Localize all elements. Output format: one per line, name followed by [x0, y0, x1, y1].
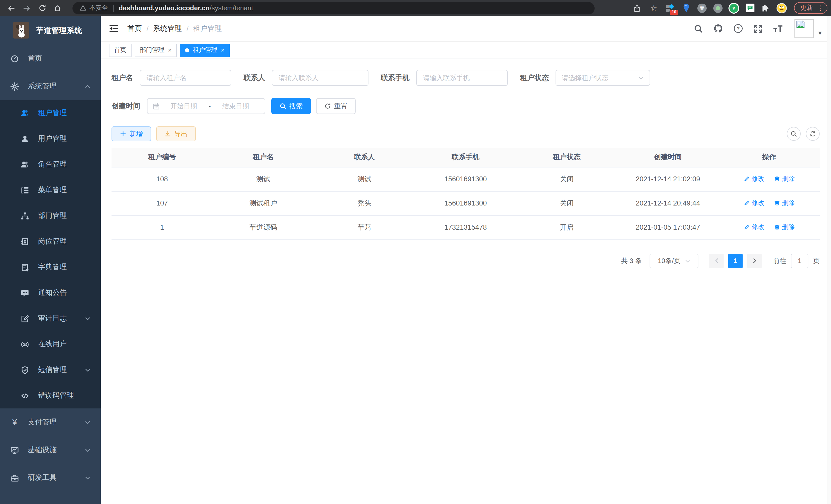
bookmark-star-icon[interactable]: ☆	[648, 2, 660, 14]
edit-icon	[743, 224, 749, 230]
security-label: 不安全	[89, 4, 108, 12]
navbar: 首页 / 系统管理 / 租户管理 ?	[101, 16, 831, 41]
delete-link[interactable]: 删除	[774, 223, 795, 232]
page-size-select[interactable]: 10条/页	[650, 254, 698, 268]
mobile-input[interactable]	[416, 70, 508, 86]
refresh-table-button[interactable]	[806, 127, 820, 141]
breadcrumb-separator: /	[146, 24, 148, 33]
browser-reload-icon[interactable]	[34, 1, 50, 14]
trash-icon	[774, 224, 780, 230]
sidebar-item-error-code[interactable]: 错误码管理	[0, 383, 101, 409]
current-page-button[interactable]: 1	[728, 254, 743, 268]
cell-mobile: 17321315478	[415, 215, 516, 239]
help-icon[interactable]: ?	[733, 24, 743, 33]
cell-tenant-name: 芋道源码	[213, 215, 314, 239]
sidebar-item-system[interactable]: 系统管理	[0, 72, 101, 100]
date-range-picker[interactable]: 开始日期 - 结束日期	[147, 98, 265, 114]
reset-button-label: 重置	[334, 101, 347, 111]
export-button[interactable]: 导出	[156, 126, 196, 141]
sidebar-item-devtool[interactable]: 研发工具	[0, 464, 101, 492]
tab-home[interactable]: 首页	[109, 43, 132, 57]
sidebar-toggle-icon[interactable]	[109, 24, 119, 33]
export-button-label: 导出	[174, 129, 188, 139]
sidebar-item-pay[interactable]: ¥ 支付管理	[0, 409, 101, 436]
profile-avatar-icon[interactable]	[776, 2, 787, 13]
sidebar-item-home[interactable]: 首页	[0, 45, 101, 72]
status-select[interactable]: 请选择租户状态	[555, 70, 650, 86]
reset-button[interactable]: 重置	[316, 98, 355, 114]
delete-link[interactable]: 删除	[774, 175, 795, 183]
edit-icon	[743, 176, 749, 182]
extension-balloon-icon[interactable]	[681, 2, 692, 13]
header-search-icon[interactable]	[694, 24, 703, 33]
sidebar-item-dept[interactable]: 部门管理	[0, 203, 101, 229]
prev-page-button[interactable]	[709, 254, 724, 268]
browser-home-icon[interactable]	[50, 1, 65, 14]
close-icon[interactable]: ×	[221, 47, 225, 54]
scrollbar[interactable]	[827, 16, 831, 504]
chevron-down-icon	[685, 258, 690, 263]
sidebar-item-sms[interactable]: 短信管理	[0, 357, 101, 383]
extension-green-dot-icon[interactable]	[712, 2, 724, 13]
extension-command-icon[interactable]: ⌘	[696, 2, 708, 13]
sidebar-item-online-user[interactable]: 在线用户	[0, 331, 101, 357]
contact-input[interactable]	[272, 70, 369, 86]
sidebar-item-audit-log[interactable]: 审计日志	[0, 306, 101, 331]
next-page-button[interactable]	[747, 254, 762, 268]
browser-forward-icon[interactable]	[19, 1, 34, 14]
sidebar-item-label: 短信管理	[38, 365, 67, 375]
font-size-icon[interactable]	[773, 24, 783, 33]
edit-link[interactable]: 修改	[743, 223, 765, 232]
browser-menu-icon[interactable]: ⋮	[817, 4, 824, 12]
col-status: 租户状态	[516, 148, 618, 167]
edit-link[interactable]: 修改	[743, 175, 765, 183]
sms-icon	[21, 365, 29, 374]
tenant-name-label: 租户名	[112, 73, 140, 83]
user-menu[interactable]: ▼	[795, 19, 823, 38]
site-security[interactable]: 不安全	[80, 4, 108, 12]
trash-icon	[774, 200, 780, 206]
chrome-update-button[interactable]: 更新 ⋮	[794, 2, 827, 14]
tenant-name-input[interactable]	[140, 70, 231, 86]
sidebar-item-infra[interactable]: 基础设施	[0, 436, 101, 464]
sidebar-item-user[interactable]: 用户管理	[0, 126, 101, 152]
extensions-puzzle-icon[interactable]	[760, 2, 771, 13]
extension-chat-icon[interactable]	[744, 2, 755, 13]
sidebar: 芋道管理系统 首页 系统管理	[0, 16, 101, 504]
cell-contact: 芋艿	[314, 215, 415, 239]
extension-y-icon[interactable]: Y	[728, 2, 740, 13]
mobile-label: 联系手机	[381, 73, 416, 83]
breadcrumb-section[interactable]: 系统管理	[153, 24, 182, 33]
browser-back-icon[interactable]	[4, 1, 19, 14]
edit-link[interactable]: 修改	[743, 199, 765, 208]
col-actions: 操作	[718, 148, 820, 167]
tab-dept[interactable]: 部门管理 ×	[135, 43, 177, 57]
delete-link[interactable]: 删除	[774, 199, 795, 208]
search-button[interactable]: 搜索	[271, 98, 311, 114]
col-mobile: 联系手机	[415, 148, 516, 167]
sidebar-item-notice[interactable]: 通知公告	[0, 280, 101, 306]
chevron-down-icon	[85, 316, 90, 321]
extension-tampermonkey-icon[interactable]: 10	[664, 2, 676, 13]
sidebar-item-tenant[interactable]: 租户管理	[0, 100, 101, 126]
pagination: 共 3 条 10条/页 1	[112, 254, 820, 268]
share-icon[interactable]	[631, 2, 643, 14]
toggle-search-button[interactable]	[787, 127, 801, 141]
sidebar-item-dict[interactable]: 字典管理	[0, 254, 101, 280]
goto-page-input[interactable]	[791, 254, 808, 268]
tab-tenant[interactable]: 租户管理 ×	[180, 43, 230, 57]
breadcrumb-home[interactable]: 首页	[127, 24, 142, 33]
github-icon[interactable]	[713, 24, 723, 33]
chevron-down-icon	[85, 475, 90, 481]
close-icon[interactable]: ×	[168, 47, 172, 54]
sidebar-item-post[interactable]: 岗位管理	[0, 229, 101, 254]
cell-actions: 修改 删除	[718, 167, 820, 191]
sidebar-logo-row[interactable]: 芋道管理系统	[0, 16, 101, 45]
address-bar[interactable]: 不安全 dashboard.yudao.iocoder.cn/system/te…	[73, 2, 595, 14]
fullscreen-icon[interactable]	[753, 24, 763, 33]
sidebar-item-role[interactable]: 角色管理	[0, 152, 101, 177]
app-logo	[13, 22, 29, 38]
add-button[interactable]: 新增	[112, 126, 151, 141]
avatar[interactable]	[795, 19, 813, 38]
sidebar-item-menu[interactable]: 菜单管理	[0, 177, 101, 203]
